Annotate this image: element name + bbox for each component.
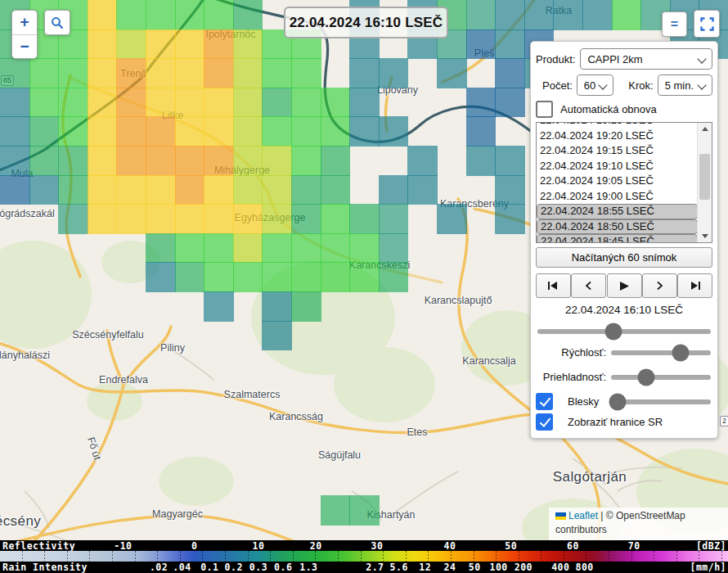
radar-cell bbox=[349, 88, 380, 118]
radar-cell bbox=[146, 262, 176, 292]
skip-to-end-button[interactable] bbox=[677, 273, 712, 298]
krok-select[interactable]: 5 min. bbox=[658, 74, 712, 96]
radar-cell bbox=[291, 291, 321, 322]
next-frame-button[interactable] bbox=[642, 273, 677, 298]
radar-cell bbox=[233, 88, 263, 118]
radar-cell bbox=[116, 29, 146, 60]
timeline-item[interactable]: 22.04.2024 19:00 LSEČ bbox=[537, 189, 698, 205]
radar-cell bbox=[233, 175, 263, 205]
colorbar-tick: 0.6 bbox=[274, 562, 292, 573]
radar-cell bbox=[175, 262, 205, 292]
previous-frame-button[interactable] bbox=[571, 273, 606, 298]
radar-cell bbox=[204, 88, 234, 118]
rain-intensity-scale: Rain Intensity [mm/h] .02.040.10.20.30.6… bbox=[0, 562, 728, 572]
time-slider-thumb[interactable] bbox=[605, 323, 622, 341]
colorbar-tick: .02 bbox=[150, 562, 168, 573]
radar-cell bbox=[58, 146, 88, 176]
pocet-select[interactable]: 60 bbox=[577, 74, 613, 96]
panel-toggle-button[interactable]: = bbox=[662, 11, 687, 37]
radar-cell bbox=[116, 116, 146, 147]
colorbar-step-line bbox=[609, 551, 609, 562]
loaded-frames-button[interactable]: Načítaných 60 snímok bbox=[536, 247, 712, 268]
colorbar-step-line bbox=[428, 551, 429, 562]
radar-cell bbox=[116, 204, 146, 234]
radar-cell bbox=[88, 146, 118, 176]
colorbar-step-line bbox=[44, 551, 45, 562]
ukraine-flag-icon bbox=[555, 512, 566, 520]
colorbar-tick: -10 bbox=[114, 540, 132, 552]
radar-cell bbox=[262, 116, 292, 147]
radar-cell bbox=[175, 116, 205, 147]
attribution-divider: | bbox=[598, 510, 606, 521]
reflectivity-unit: [dBZ] bbox=[696, 540, 726, 552]
skip-to-start-button[interactable] bbox=[536, 273, 571, 298]
timeline-scrollbar[interactable] bbox=[697, 123, 712, 242]
rychlost-row: Rýchlosť: bbox=[536, 346, 712, 359]
timeline-item[interactable]: 22.04.2024 18:45 LSEČ bbox=[537, 234, 698, 243]
timeline-item[interactable]: 22.04.2024 19:20 LSEČ bbox=[537, 129, 698, 144]
playback-controls bbox=[536, 273, 712, 298]
radar-cell bbox=[204, 116, 234, 147]
play-button[interactable] bbox=[607, 273, 642, 298]
radar-cell bbox=[437, 204, 467, 234]
auto-obnova-checkbox[interactable] bbox=[536, 101, 553, 118]
colorbar-tick: 0.2 bbox=[225, 562, 243, 573]
scrollbar-thumb[interactable] bbox=[699, 154, 710, 200]
colorbar-step-line bbox=[406, 551, 407, 562]
radar-cell bbox=[321, 233, 351, 264]
colorbar-tick: 1.3 bbox=[299, 562, 317, 573]
zoom-in-button[interactable]: + bbox=[12, 11, 37, 35]
leaflet-link[interactable]: Leaflet bbox=[568, 510, 598, 521]
radar-cell bbox=[0, 58, 30, 88]
fullscreen-button[interactable] bbox=[694, 10, 720, 38]
timeline-item[interactable]: 22.04.2024 19:05 LSEČ bbox=[537, 174, 698, 189]
blesky-slider-thumb[interactable] bbox=[609, 393, 626, 410]
radar-cell bbox=[175, 29, 205, 60]
colorbar-tick: 60 bbox=[567, 540, 579, 552]
pocet-label: Počet: bbox=[542, 79, 573, 92]
radar-cell bbox=[0, 146, 30, 176]
radar-cell bbox=[146, 116, 176, 147]
colorbar-tick: 24 bbox=[444, 562, 456, 573]
timeline-item[interactable]: 22.04.2024 18:50 LSEČ bbox=[537, 219, 698, 235]
timeline-item[interactable]: 22.04.2024 18:55 LSEČ bbox=[537, 204, 698, 219]
zoom-out-button[interactable]: − bbox=[12, 35, 37, 59]
timeline-list-items: 22.04.2024 19:25 LSEČ22.04.2024 19:20 LS… bbox=[537, 122, 698, 243]
radar-cell bbox=[88, 29, 118, 60]
hranice-checkbox[interactable] bbox=[536, 413, 553, 431]
radar-cell bbox=[262, 291, 292, 322]
radar-cell bbox=[204, 146, 234, 176]
rychlost-slider-thumb[interactable] bbox=[672, 344, 690, 361]
radar-cell bbox=[88, 58, 118, 88]
timeline-item[interactable]: 22.04.2024 19:10 LSEČ bbox=[537, 159, 698, 174]
priehladnost-slider[interactable] bbox=[611, 375, 711, 380]
timeline-item[interactable]: 22.04.2024 19:15 LSEČ bbox=[537, 143, 698, 159]
radar-cell bbox=[116, 58, 146, 88]
rychlost-slider[interactable] bbox=[611, 350, 711, 355]
radar-cell bbox=[349, 495, 380, 526]
priehladnost-slider-thumb[interactable] bbox=[637, 368, 654, 386]
radar-cell bbox=[58, 88, 88, 118]
scroll-down-arrow-icon[interactable] bbox=[698, 230, 712, 242]
scroll-up-arrow-icon[interactable] bbox=[698, 123, 712, 135]
time-slider[interactable] bbox=[537, 329, 711, 334]
radar-cell bbox=[553, 0, 583, 30]
chevron-down-icon bbox=[599, 80, 608, 89]
timeline-item[interactable]: 22.04.2024 19:25 LSEČ bbox=[537, 122, 698, 129]
colorbar-tick: 10 bbox=[253, 540, 265, 552]
radar-cell bbox=[291, 58, 321, 88]
radar-cell bbox=[437, 58, 467, 88]
blesky-slider[interactable] bbox=[610, 399, 711, 404]
colorbar-step-line bbox=[631, 551, 632, 562]
hranice-label: Zobraziť hranice SR bbox=[568, 416, 663, 428]
produkt-select[interactable]: CAPPI 2km bbox=[580, 48, 712, 70]
radar-cell bbox=[233, 233, 263, 264]
radar-cell bbox=[58, 116, 88, 147]
timeline-list[interactable]: 22.04.2024 19:25 LSEČ22.04.2024 19:20 LS… bbox=[536, 122, 712, 243]
colorbar-step-line bbox=[89, 551, 90, 562]
radar-cell bbox=[88, 88, 118, 118]
blesky-checkbox[interactable] bbox=[536, 393, 553, 410]
radar-cell bbox=[349, 116, 380, 147]
search-button[interactable] bbox=[44, 10, 70, 35]
chevron-left-icon bbox=[583, 281, 595, 291]
